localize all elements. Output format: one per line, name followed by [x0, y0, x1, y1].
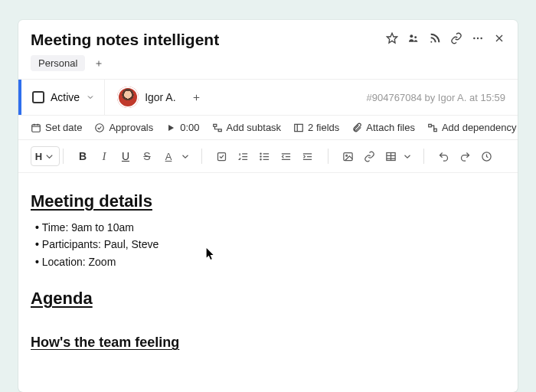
header-actions — [386, 32, 505, 47]
svg-marker-9 — [168, 124, 174, 130]
task-meta: #904767084 by Igor A. at 15:59 — [367, 92, 505, 103]
timer-button[interactable]: 0:00 — [165, 122, 199, 133]
history-group — [433, 146, 504, 166]
approvals-button[interactable]: Approvals — [94, 122, 153, 133]
svg-point-3 — [430, 41, 432, 43]
subtask-icon — [212, 122, 223, 133]
numbered-list-button[interactable] — [233, 146, 253, 166]
svg-point-2 — [414, 36, 417, 38]
list-item[interactable]: Location: Zoom — [35, 253, 505, 270]
play-icon — [165, 122, 176, 133]
image-button[interactable] — [338, 146, 358, 166]
task-panel: Meeting notes intelligent Personal Activ… — [18, 20, 518, 392]
outdent-button[interactable] — [276, 146, 296, 166]
status-dropdown[interactable]: Active — [18, 80, 105, 115]
assignee[interactable]: Igor A. — [105, 87, 188, 108]
separator — [63, 149, 64, 164]
svg-rect-20 — [343, 152, 351, 160]
svg-rect-11 — [218, 129, 221, 131]
attach-files-button[interactable]: Attach files — [351, 122, 415, 133]
svg-point-18 — [260, 155, 260, 156]
status-left: Active Igor A. — [18, 80, 205, 115]
svg-rect-7 — [32, 124, 41, 131]
tag-personal[interactable]: Personal — [31, 55, 85, 71]
heading-dropdown[interactable]: H — [31, 146, 60, 166]
separator — [423, 149, 424, 164]
document-body[interactable]: Meeting details Time: 9am to 10am Partic… — [18, 173, 518, 351]
editor[interactable]: Meeting details Time: 9am to 10am Partic… — [18, 173, 518, 392]
page-title[interactable]: Meeting notes intelligent — [31, 31, 378, 49]
checklist-button[interactable] — [211, 146, 231, 166]
header: Meeting notes intelligent — [18, 20, 518, 52]
check-circle-icon — [94, 122, 105, 133]
heading-meeting-details[interactable]: Meeting details — [31, 191, 505, 211]
svg-marker-0 — [387, 33, 397, 43]
link-icon[interactable] — [450, 32, 462, 47]
undo-button[interactable] — [433, 146, 453, 166]
tags-row: Personal — [18, 52, 518, 79]
list-item[interactable]: Participants: Paul, Steve — [35, 236, 505, 253]
add-tag-button[interactable] — [91, 56, 106, 71]
dependency-icon — [427, 122, 438, 133]
table-button[interactable] — [381, 146, 400, 166]
chevron-down-icon — [86, 93, 95, 102]
bullet-list-button[interactable] — [254, 146, 274, 166]
list-group — [211, 146, 325, 166]
star-icon[interactable] — [386, 32, 398, 47]
list-item[interactable]: Time: 9am to 10am — [35, 219, 505, 236]
avatar — [117, 87, 139, 108]
format-group: B I U S A — [73, 146, 198, 166]
insert-group — [338, 146, 420, 166]
assignee-name: Igor A. — [145, 91, 175, 103]
cursor-icon — [206, 248, 215, 260]
svg-point-19 — [260, 158, 260, 159]
svg-point-21 — [345, 155, 347, 156]
italic-button[interactable]: I — [94, 146, 114, 166]
separator — [201, 149, 202, 164]
separator — [328, 149, 328, 164]
heading-team-feeling[interactable]: How's the team feeling — [31, 335, 505, 351]
calendar-icon — [31, 122, 41, 133]
underline-button[interactable]: U — [116, 146, 136, 166]
set-date-button[interactable]: Set date — [31, 122, 82, 133]
indent-button[interactable] — [297, 146, 317, 166]
bold-button[interactable]: B — [73, 146, 93, 166]
svg-point-4 — [473, 38, 475, 39]
svg-rect-13 — [429, 124, 432, 127]
paperclip-icon — [351, 122, 362, 133]
svg-point-6 — [480, 38, 482, 39]
svg-rect-10 — [213, 124, 216, 126]
more-icon[interactable] — [472, 32, 484, 47]
status-bar: Active Igor A. #904767084 by Igor A. at … — [18, 79, 518, 116]
history-button[interactable] — [476, 146, 496, 166]
status-label: Active — [51, 91, 80, 103]
rss-icon[interactable] — [429, 32, 441, 47]
details-list: Time: 9am to 10am Participants: Paul, St… — [35, 219, 505, 270]
complete-checkbox[interactable] — [32, 91, 44, 103]
text-color-button[interactable]: A — [159, 146, 178, 166]
svg-point-17 — [260, 153, 260, 154]
heading-agenda[interactable]: Agenda — [31, 289, 505, 309]
svg-rect-16 — [217, 152, 225, 160]
table-dropdown[interactable] — [402, 146, 413, 166]
svg-rect-12 — [295, 124, 303, 131]
chevron-down-icon — [44, 151, 55, 162]
add-assignee-button[interactable] — [188, 89, 205, 106]
svg-point-1 — [410, 34, 413, 38]
svg-point-5 — [477, 38, 479, 39]
fields-icon — [293, 122, 304, 133]
redo-button[interactable] — [455, 146, 475, 166]
people-icon[interactable] — [407, 32, 420, 47]
custom-fields-button[interactable]: 2 fields — [293, 122, 339, 133]
strike-button[interactable]: S — [137, 146, 157, 166]
insert-link-button[interactable] — [359, 146, 379, 166]
svg-point-8 — [96, 123, 104, 132]
fields-toolbar: Set date Approvals 0:00 Add subtask 2 fi… — [18, 116, 518, 140]
richtext-toolbar: H B I U S A — [18, 140, 518, 173]
add-dependency-button[interactable]: Add dependency — [427, 122, 517, 133]
color-dropdown[interactable] — [180, 146, 191, 166]
add-subtask-button[interactable]: Add subtask — [212, 122, 282, 133]
close-icon[interactable] — [493, 32, 505, 47]
